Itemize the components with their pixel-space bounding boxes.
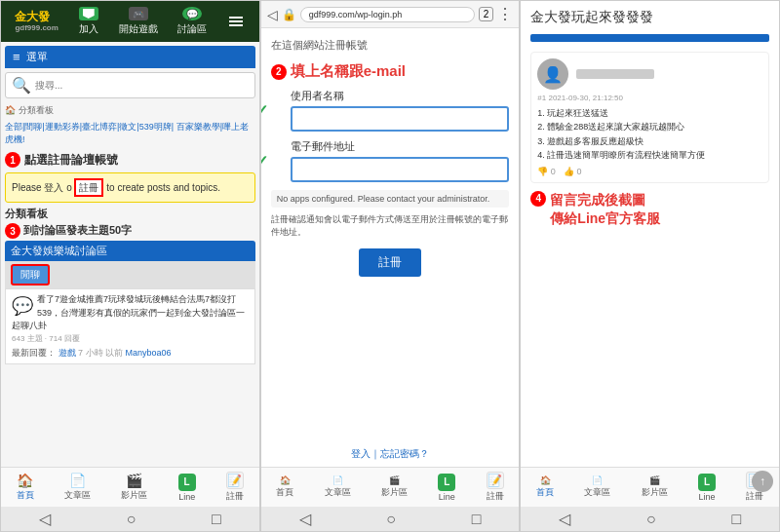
p3-back-btn[interactable]: ◁ [559,510,570,528]
post-icon: 💬 [12,293,33,320]
forum-btn-row: 閒聊 [5,261,255,288]
p2-recent-btn[interactable]: □ [472,511,482,528]
back-btn[interactable]: ◁ [39,510,51,528]
avatar: 👤 [537,58,568,90]
warning-text: No apps configured. Please contact your … [271,190,510,208]
bottom-home[interactable]: 🏠 首頁 [17,473,34,502]
post-body: 1. 玩起來狂送猛送 2. 體驗金288送起來讓大家越玩越開心 3. 遊戲超多客… [537,106,762,163]
like-reaction[interactable]: 👍 0 [564,167,582,176]
p3-bottom-nav: 🏠 首頁 📄 文章區 🎬 影片區 L Line 📝 註冊 [521,467,779,507]
category-links: 全部|間聊|運動彩券|臺北博弈|徵文|539明牌| 百家樂教學|嗶上老虎機! [5,119,255,148]
forum-header: 金大發娛樂城討論區 [5,241,255,261]
step2-label: 2 填上名稱跟e-mail [271,62,510,81]
browser-back-icon[interactable]: ◁ [267,7,278,22]
footer-links: 登入｜忘記密碼？ [261,441,520,467]
p3-content: 👤 #1 2021-09-30, 21:12:50 1. 玩起來狂送猛送 2. … [521,28,779,467]
step2-text: 填上名稱跟e-mail [291,62,406,81]
step4-label: 4 留言完成後截圖傳給Line官方客服 [530,191,769,229]
checkmark-username: ✓ [261,101,268,120]
info-text: 註冊確認通知會以電子郵件方式傳送至用於注冊帳號的電子郵件地址。 [271,213,510,239]
nav-menu[interactable] [227,15,245,28]
nav-start-game[interactable]: 🎮 開始遊戲 [119,7,158,36]
line-icon: L [178,474,196,491]
email-group: ✓ 電子郵件地址 [271,139,510,182]
search-icon: 🔍 [12,76,31,95]
scroll-up-button[interactable]: ↑ [752,471,773,492]
submit-button[interactable]: 註冊 [359,248,421,277]
post-card: 👤 #1 2021-09-30, 21:12:50 1. 玩起來狂送猛送 2. … [530,52,769,183]
p3-home-btn[interactable]: ○ [646,511,656,528]
p3-bottom-line[interactable]: L Line [698,474,716,502]
forum-chat-btn[interactable]: 閒聊 [11,264,50,285]
register-link[interactable]: 註冊 [74,178,103,197]
recent-btn[interactable]: □ [212,511,221,528]
step1-badge: 1 [5,152,20,168]
p1-bottom-nav: 🏠 首頁 📄 文章區 🎬 影片區 L Line 📝 註冊 [1,467,259,507]
email-label: 電子郵件地址 [291,139,510,154]
p3-bottom-video[interactable]: 🎬 影片區 [642,475,668,499]
p3-line-icon: L [698,474,716,491]
username-label: 使用者名稱 [291,89,510,103]
home-btn[interactable]: ○ [127,511,136,528]
username-input[interactable] [291,106,510,132]
join-icon [79,7,98,20]
p2-bottom-home[interactable]: 🏠 首頁 [276,475,293,499]
url-bar[interactable]: gdf999.com/wp-login.ph [300,7,475,22]
p3-bottom-article[interactable]: 📄 文章區 [584,475,610,499]
email-input[interactable] [291,157,510,182]
category-label: 分類看板 [5,207,255,221]
p1-logo: 金大發 gdf999.com [15,10,58,33]
bottom-article[interactable]: 📄 文章區 [64,473,91,502]
nav-discussion[interactable]: 💬 討論區 [177,7,207,36]
p2-home-btn[interactable]: ○ [386,511,396,528]
step3-badge: 3 [5,223,20,239]
p2-back-btn[interactable]: ◁ [299,510,311,528]
register-icon: 📝 [226,472,244,489]
step2-badge: 2 [271,64,287,80]
menu-bar: ≡ 選單 [5,46,255,68]
p2-line-icon: L [438,474,455,491]
post-meta: #1 2021-09-30, 21:12:50 [537,94,762,102]
dislike-reaction[interactable]: 👎 0 [537,167,556,176]
browser-menu-icon[interactable]: ⋮ [497,5,513,23]
tab-count-badge: 2 [479,7,494,21]
submit-row: 註冊 [271,248,510,277]
p2-content: 在這個網站注冊帳號 2 填上名稱跟e-mail ✓ 使用者名稱 ✓ 電子郵件地址… [261,28,520,441]
thumbs-up-icon: 👍 [564,167,574,176]
bottom-video[interactable]: 🎬 影片區 [121,473,147,502]
p2-bottom-article[interactable]: 📄 文章區 [325,475,351,499]
browser-bar: ◁ 🔒 gdf999.com/wp-login.ph 2 ⋮ [261,1,520,28]
p1-content: ≡ 選單 🔍 🏠 分類看板 全部|間聊|運動彩券|臺北博弈|徵文|539明牌| … [1,42,259,467]
video-icon: 🎬 [126,473,142,488]
p2-video-icon: 🎬 [389,475,400,485]
browser-shield-icon: 🔒 [282,8,296,21]
search-bar[interactable]: 🔍 [5,72,255,98]
step1-label: 1 點選註冊論壇帳號 [5,152,255,169]
p3-title: 金大發玩起來發發發 [530,9,769,26]
p3-bottom-home[interactable]: 🏠 首頁 [536,475,554,499]
forum-post: 💬 看了7遊金城推薦7玩球發城玩後轉結合法馬7都沒打539，台灣運彩有真假的玩家… [5,288,255,364]
hamburger-icon [227,15,245,28]
nav-join[interactable]: 加入 [79,7,98,36]
bottom-register[interactable]: 📝 註冊 [226,472,244,503]
p2-bottom-line[interactable]: L Line [438,474,455,502]
p2-bottom-video[interactable]: 🎬 影片區 [381,475,408,499]
p3-video-icon: 🎬 [649,475,660,485]
step3-label: 3 到討論區發表主題50字 [5,223,255,239]
p3-recent-btn[interactable]: □ [731,511,741,528]
panel-3: 金大發玩起來發發發 👤 #1 2021-09-30, 21:12:50 1. 玩… [520,0,780,532]
game-icon: 🎮 [129,7,148,20]
article-icon: 📄 [69,473,86,488]
p3-home-icon: 🏠 [540,475,551,485]
step4-text: 留言完成後截圖傳給Line官方客服 [550,191,660,229]
p2-register-icon: 📝 [487,472,504,489]
checkmark-email: ✓ [261,152,268,171]
home-icon: 🏠 [17,473,33,488]
search-input[interactable] [35,80,249,91]
username-group: ✓ 使用者名稱 [271,89,510,132]
p3-system-nav: ◁ ○ □ [521,507,779,531]
bottom-line[interactable]: L Line [178,474,196,502]
p3-article-icon: 📄 [592,475,603,485]
footer-link-text[interactable]: 登入｜忘記密碼？ [351,448,429,459]
p2-bottom-register[interactable]: 📝 註冊 [487,472,504,503]
